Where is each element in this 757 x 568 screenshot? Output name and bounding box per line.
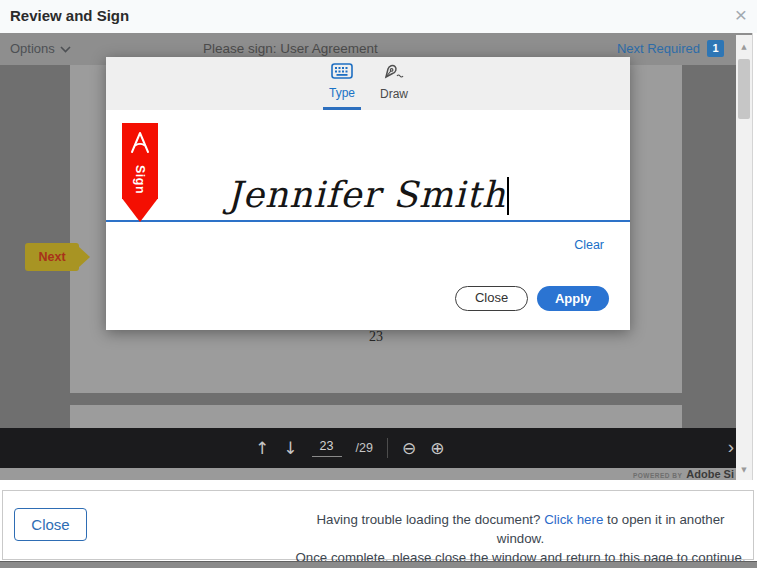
- signature-input-area[interactable]: Jennifer Smith: [106, 110, 630, 220]
- footer-help-text: Having trouble loading the document? Cli…: [293, 510, 748, 567]
- branding-strip: POWERED BY Adobe Si: [0, 468, 752, 480]
- page-number-label: 23: [70, 329, 682, 345]
- clear-signature-link[interactable]: Clear: [574, 238, 604, 252]
- chevron-down-icon: [60, 41, 71, 56]
- close-icon[interactable]: ×: [735, 3, 747, 27]
- page-number-input[interactable]: 23: [312, 439, 342, 457]
- signature-dialog: Type Draw Jennifer Smith Sign Clear: [106, 57, 630, 330]
- click-here-link[interactable]: Click here: [544, 512, 603, 527]
- powered-by-label: POWERED BY: [633, 472, 682, 479]
- tab-draw[interactable]: Draw: [375, 57, 413, 110]
- window-title: Review and Sign: [10, 7, 129, 24]
- tab-draw-label: Draw: [380, 87, 408, 101]
- footer-section: Close Having trouble loading the documen…: [0, 480, 757, 568]
- dialog-apply-button[interactable]: Apply: [537, 286, 609, 311]
- page-up-icon[interactable]: ↑: [255, 438, 269, 458]
- adobe-icon: [128, 130, 152, 159]
- keyboard-icon: [331, 63, 353, 83]
- zoom-in-icon[interactable]: ⊕: [430, 438, 444, 458]
- pen-icon: [383, 63, 406, 84]
- scroll-up-icon[interactable]: ▲: [736, 39, 752, 55]
- next-required-link[interactable]: Next Required: [617, 41, 700, 56]
- page-total-label: /29: [356, 441, 373, 455]
- review-and-sign-window: Review and Sign × Options Please sign: U…: [0, 0, 757, 568]
- tab-type-label: Type: [329, 86, 355, 100]
- options-label: Options: [10, 41, 55, 56]
- scrollbar-thumb[interactable]: [738, 59, 750, 119]
- zoom-out-icon[interactable]: ⊖: [402, 438, 416, 458]
- document-title: Please sign: User Agreement: [203, 41, 378, 56]
- options-menu[interactable]: Options: [10, 41, 71, 56]
- brand-name-label: Adobe Si: [686, 468, 734, 480]
- document-next-page: [70, 405, 682, 428]
- toolbar-divider: [387, 438, 388, 458]
- page-down-icon[interactable]: ↓: [283, 438, 297, 458]
- tab-type[interactable]: Type: [323, 57, 361, 110]
- scroll-down-icon[interactable]: ▼: [736, 462, 752, 478]
- signature-tabs: Type Draw: [106, 57, 630, 110]
- footer-box: Close Having trouble loading the documen…: [2, 490, 754, 560]
- signature-dialog-header: Type Draw: [106, 57, 630, 110]
- right-gutter: [752, 33, 757, 480]
- vertical-scrollbar[interactable]: ▲ ▼: [736, 35, 752, 480]
- ribbon-sign-label: Sign: [133, 165, 147, 194]
- bottom-strip: [0, 561, 757, 568]
- next-required-count-badge: 1: [707, 40, 724, 57]
- signature-typed-text: Jennifer Smith: [106, 174, 630, 215]
- dialog-close-button[interactable]: Close: [455, 286, 528, 311]
- next-field-tag-label: Next: [25, 243, 79, 271]
- window-titlebar: Review and Sign ×: [0, 0, 757, 33]
- next-field-tag[interactable]: Next: [25, 243, 79, 271]
- help-text-line1: Having trouble loading the document?: [316, 512, 540, 527]
- footer-close-button[interactable]: Close: [14, 508, 87, 541]
- text-caret: [507, 177, 509, 215]
- pdf-toolbar: ↑ ↓ 23 /29 ⊖ ⊕ ›: [0, 428, 752, 468]
- signature-baseline: [106, 220, 630, 222]
- expand-panel-icon[interactable]: ›: [728, 436, 734, 458]
